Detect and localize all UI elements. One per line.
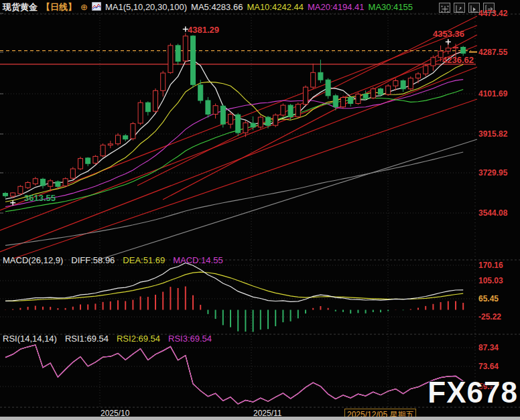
rsi-header-values: RSI(14,14,14)RSI1:69.54RSI2:69.54RSI3:69…	[3, 334, 220, 344]
price-annotation: 3613.55	[24, 193, 56, 203]
ma-value-label: MA30:4155	[369, 2, 413, 12]
macd-header: MACD(26,12,9)DIFF:58.96DEA:51.69MACD:14.…	[0, 254, 520, 266]
watermark: FX678	[428, 376, 518, 409]
axis-zoom-in-icon[interactable]	[454, 3, 465, 13]
ma-value-label: MA20:4194.41	[308, 2, 365, 12]
macd-axis-label: 65.45	[478, 295, 499, 303]
indicator-header-value: MACD:14.55	[173, 255, 222, 265]
price-annotation: 4353.36	[433, 29, 464, 39]
price-axis-label: 3729.95	[478, 169, 507, 177]
price-axis-label: 3915.82	[478, 130, 507, 138]
indicator-header-value: RSI(14,14,14)	[3, 334, 57, 344]
instrument-title: 现货黄金	[3, 1, 38, 13]
horizontal-scrollbar[interactable]	[0, 417, 520, 420]
ma-value-label: MA5:4283.66	[191, 2, 243, 12]
chart-application-window: 现货黄金 【日线】 ⊕ MA1(5,10,20,30,100) MA5:4283…	[0, 0, 520, 420]
price-axis-label: 4287.55	[478, 48, 507, 56]
rsi-axis-label: 73.64	[478, 362, 499, 370]
price-axis-label: 4101.69	[478, 90, 507, 98]
indicator-header-value: RSI1:69.54	[65, 334, 109, 344]
rsi-header: RSI(14,14,14)RSI1:69.54RSI2:69.54RSI3:69…	[0, 332, 520, 344]
macd-axis-label: -25.22	[478, 313, 501, 321]
mini-chart-icon[interactable]	[92, 2, 101, 13]
price-axis-label: 3544.08	[478, 209, 507, 217]
indicator-header-value: RSI3:69.54	[168, 334, 212, 344]
ma-value-label: MA10:4242.44	[247, 2, 304, 12]
macd-header-values: MACD(26,12,9)DIFF:58.96DEA:51.69MACD:14.…	[3, 255, 231, 265]
indicator-header-value: MACD(26,12,9)	[3, 255, 63, 265]
grid-layout-icon[interactable]	[439, 3, 450, 13]
price-annotation: 4236.62	[442, 55, 474, 65]
indicator-header-value: RSI2:69.54	[117, 334, 160, 344]
ma-settings-label: MA1(5,10,20,30,100)	[105, 2, 187, 12]
macd-axis-label: 105.03	[478, 277, 503, 285]
circle-plus-icon[interactable]: ⊕	[80, 2, 88, 12]
rsi-axis-label: 87.34	[478, 344, 499, 352]
price-annotation: 4381.29	[188, 25, 219, 35]
ma-values-group: MA5:4283.66MA10:4242.44MA20:4194.41MA30:…	[191, 2, 417, 12]
indicator-header-value: DEA:51.69	[123, 255, 165, 265]
indicator-header-value: DIFF:58.96	[71, 255, 115, 265]
period-selector[interactable]: 【日线】	[42, 1, 76, 13]
price-axis-label: 4473.42	[478, 9, 507, 17]
